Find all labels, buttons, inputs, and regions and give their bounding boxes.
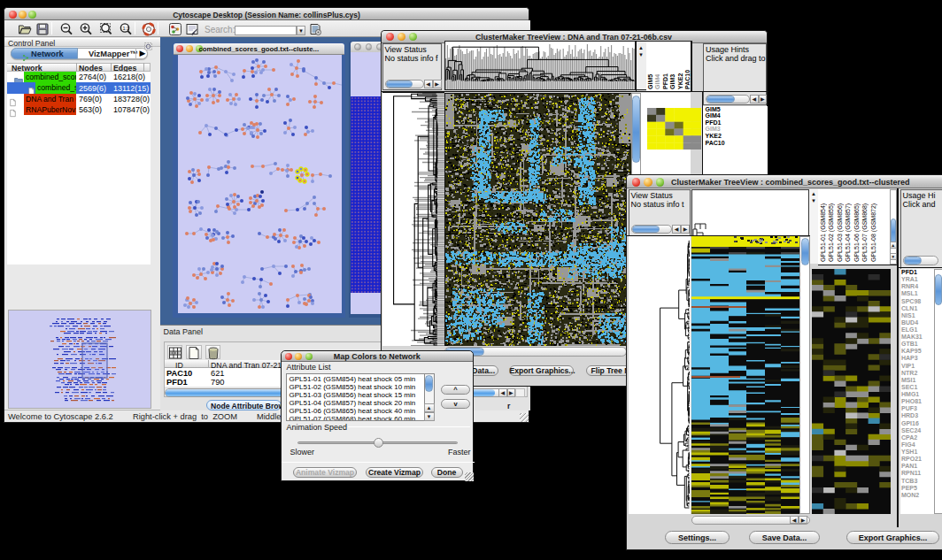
svg-text:1:1: 1:1	[122, 26, 129, 31]
